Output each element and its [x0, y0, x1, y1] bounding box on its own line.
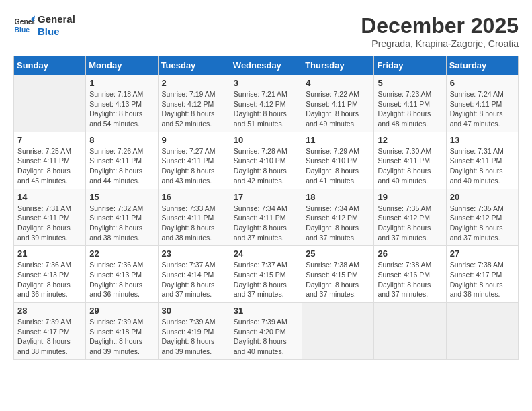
- calendar-cell: 24Sunrise: 7:37 AM Sunset: 4:15 PM Dayli…: [230, 246, 302, 303]
- header-saturday: Saturday: [446, 56, 518, 75]
- day-info: Sunrise: 7:24 AM Sunset: 4:11 PM Dayligh…: [450, 89, 515, 129]
- calendar-cell: 9Sunrise: 7:27 AM Sunset: 4:11 PM Daylig…: [158, 132, 230, 189]
- calendar-cell: 20Sunrise: 7:35 AM Sunset: 4:12 PM Dayli…: [446, 189, 518, 246]
- calendar-week-row: 7Sunrise: 7:25 AM Sunset: 4:11 PM Daylig…: [14, 132, 519, 189]
- calendar-cell: 19Sunrise: 7:35 AM Sunset: 4:12 PM Dayli…: [374, 189, 446, 246]
- day-number: 6: [450, 78, 515, 88]
- day-number: 24: [234, 248, 298, 259]
- calendar-cell: 23Sunrise: 7:37 AM Sunset: 4:14 PM Dayli…: [158, 246, 230, 303]
- day-number: 21: [17, 248, 82, 259]
- day-info: Sunrise: 7:39 AM Sunset: 4:17 PM Dayligh…: [17, 317, 82, 357]
- day-number: 22: [89, 248, 154, 259]
- day-number: 25: [306, 248, 370, 259]
- day-info: Sunrise: 7:31 AM Sunset: 4:11 PM Dayligh…: [450, 146, 515, 186]
- calendar-cell: 11Sunrise: 7:29 AM Sunset: 4:10 PM Dayli…: [302, 132, 374, 189]
- logo-general: General: [38, 13, 75, 26]
- calendar-cell: 28Sunrise: 7:39 AM Sunset: 4:17 PM Dayli…: [14, 303, 86, 360]
- calendar-cell: 8Sunrise: 7:26 AM Sunset: 4:11 PM Daylig…: [86, 132, 158, 189]
- header-sunday: Sunday: [14, 56, 86, 75]
- day-number: 11: [306, 135, 370, 145]
- month-title: December 2025: [361, 13, 519, 38]
- page-container: General Blue General Blue December 2025 …: [13, 13, 519, 360]
- day-number: 12: [378, 135, 442, 145]
- calendar-week-row: 1Sunrise: 7:18 AM Sunset: 4:13 PM Daylig…: [14, 75, 519, 132]
- calendar-week-row: 14Sunrise: 7:31 AM Sunset: 4:11 PM Dayli…: [14, 189, 519, 246]
- calendar-cell: 1Sunrise: 7:18 AM Sunset: 4:13 PM Daylig…: [86, 75, 158, 132]
- day-number: 27: [450, 248, 515, 259]
- day-info: Sunrise: 7:39 AM Sunset: 4:18 PM Dayligh…: [89, 317, 154, 357]
- day-number: 26: [378, 248, 442, 259]
- calendar-cell: 22Sunrise: 7:36 AM Sunset: 4:13 PM Dayli…: [86, 246, 158, 303]
- header-thursday: Thursday: [302, 56, 374, 75]
- day-number: 15: [89, 192, 154, 202]
- calendar-cell: [302, 303, 374, 360]
- day-info: Sunrise: 7:35 AM Sunset: 4:12 PM Dayligh…: [450, 203, 515, 243]
- calendar-week-row: 28Sunrise: 7:39 AM Sunset: 4:17 PM Dayli…: [14, 303, 519, 360]
- day-number: 14: [17, 192, 82, 202]
- day-info: Sunrise: 7:33 AM Sunset: 4:11 PM Dayligh…: [162, 203, 226, 243]
- day-info: Sunrise: 7:27 AM Sunset: 4:11 PM Dayligh…: [162, 146, 226, 186]
- day-info: Sunrise: 7:23 AM Sunset: 4:11 PM Dayligh…: [378, 89, 442, 129]
- calendar-cell: 6Sunrise: 7:24 AM Sunset: 4:11 PM Daylig…: [446, 75, 518, 132]
- day-info: Sunrise: 7:36 AM Sunset: 4:13 PM Dayligh…: [17, 260, 82, 300]
- day-info: Sunrise: 7:29 AM Sunset: 4:10 PM Dayligh…: [306, 146, 370, 186]
- day-info: Sunrise: 7:34 AM Sunset: 4:12 PM Dayligh…: [306, 203, 370, 243]
- day-number: 4: [306, 78, 370, 88]
- day-number: 9: [162, 135, 226, 145]
- day-number: 5: [378, 78, 442, 88]
- day-number: 7: [17, 135, 82, 145]
- calendar-cell: 10Sunrise: 7:28 AM Sunset: 4:10 PM Dayli…: [230, 132, 302, 189]
- day-number: 13: [450, 135, 515, 145]
- calendar-cell: 7Sunrise: 7:25 AM Sunset: 4:11 PM Daylig…: [14, 132, 86, 189]
- day-info: Sunrise: 7:30 AM Sunset: 4:11 PM Dayligh…: [378, 146, 442, 186]
- calendar-cell: 13Sunrise: 7:31 AM Sunset: 4:11 PM Dayli…: [446, 132, 518, 189]
- day-number: 29: [89, 306, 154, 316]
- calendar-cell: 3Sunrise: 7:21 AM Sunset: 4:12 PM Daylig…: [230, 75, 302, 132]
- day-number: 3: [234, 78, 298, 88]
- calendar-cell: 17Sunrise: 7:34 AM Sunset: 4:11 PM Dayli…: [230, 189, 302, 246]
- calendar-cell: 16Sunrise: 7:33 AM Sunset: 4:11 PM Dayli…: [158, 189, 230, 246]
- calendar-cell: 15Sunrise: 7:32 AM Sunset: 4:11 PM Dayli…: [86, 189, 158, 246]
- day-info: Sunrise: 7:38 AM Sunset: 4:16 PM Dayligh…: [378, 260, 442, 300]
- day-info: Sunrise: 7:35 AM Sunset: 4:12 PM Dayligh…: [378, 203, 442, 243]
- day-info: Sunrise: 7:19 AM Sunset: 4:12 PM Dayligh…: [162, 89, 226, 129]
- calendar-cell: 18Sunrise: 7:34 AM Sunset: 4:12 PM Dayli…: [302, 189, 374, 246]
- day-number: 16: [162, 192, 226, 202]
- day-number: 17: [234, 192, 298, 202]
- svg-text:Blue: Blue: [15, 26, 30, 34]
- calendar-table: Sunday Monday Tuesday Wednesday Thursday…: [13, 56, 519, 360]
- day-info: Sunrise: 7:22 AM Sunset: 4:11 PM Dayligh…: [306, 89, 370, 129]
- day-info: Sunrise: 7:32 AM Sunset: 4:11 PM Dayligh…: [89, 203, 154, 243]
- day-info: Sunrise: 7:26 AM Sunset: 4:11 PM Dayligh…: [89, 146, 154, 186]
- location-subtitle: Pregrada, Krapina-Zagorje, Croatia: [361, 38, 519, 49]
- header-monday: Monday: [86, 56, 158, 75]
- day-number: 20: [450, 192, 515, 202]
- calendar-cell: 29Sunrise: 7:39 AM Sunset: 4:18 PM Dayli…: [86, 303, 158, 360]
- calendar-cell: 12Sunrise: 7:30 AM Sunset: 4:11 PM Dayli…: [374, 132, 446, 189]
- calendar-cell: 27Sunrise: 7:38 AM Sunset: 4:17 PM Dayli…: [446, 246, 518, 303]
- day-number: 8: [89, 135, 154, 145]
- day-number: 10: [234, 135, 298, 145]
- day-number: 2: [162, 78, 226, 88]
- calendar-header-row: Sunday Monday Tuesday Wednesday Thursday…: [14, 56, 519, 75]
- calendar-cell: 25Sunrise: 7:38 AM Sunset: 4:15 PM Dayli…: [302, 246, 374, 303]
- header-tuesday: Tuesday: [158, 56, 230, 75]
- day-info: Sunrise: 7:37 AM Sunset: 4:14 PM Dayligh…: [162, 260, 226, 300]
- day-info: Sunrise: 7:31 AM Sunset: 4:11 PM Dayligh…: [17, 203, 82, 243]
- header: General Blue General Blue December 2025 …: [13, 13, 519, 49]
- day-info: Sunrise: 7:34 AM Sunset: 4:11 PM Dayligh…: [234, 203, 298, 243]
- day-number: 23: [162, 248, 226, 259]
- day-info: Sunrise: 7:38 AM Sunset: 4:17 PM Dayligh…: [450, 260, 515, 300]
- day-info: Sunrise: 7:28 AM Sunset: 4:10 PM Dayligh…: [234, 146, 298, 186]
- day-number: 1: [89, 78, 154, 88]
- calendar-cell: 5Sunrise: 7:23 AM Sunset: 4:11 PM Daylig…: [374, 75, 446, 132]
- calendar-cell: 26Sunrise: 7:38 AM Sunset: 4:16 PM Dayli…: [374, 246, 446, 303]
- day-info: Sunrise: 7:39 AM Sunset: 4:20 PM Dayligh…: [234, 317, 298, 357]
- calendar-cell: [446, 303, 518, 360]
- day-number: 28: [17, 306, 82, 316]
- calendar-cell: 2Sunrise: 7:19 AM Sunset: 4:12 PM Daylig…: [158, 75, 230, 132]
- day-number: 18: [306, 192, 370, 202]
- calendar-cell: 21Sunrise: 7:36 AM Sunset: 4:13 PM Dayli…: [14, 246, 86, 303]
- logo-icon: General Blue: [13, 15, 35, 36]
- calendar-cell: 4Sunrise: 7:22 AM Sunset: 4:11 PM Daylig…: [302, 75, 374, 132]
